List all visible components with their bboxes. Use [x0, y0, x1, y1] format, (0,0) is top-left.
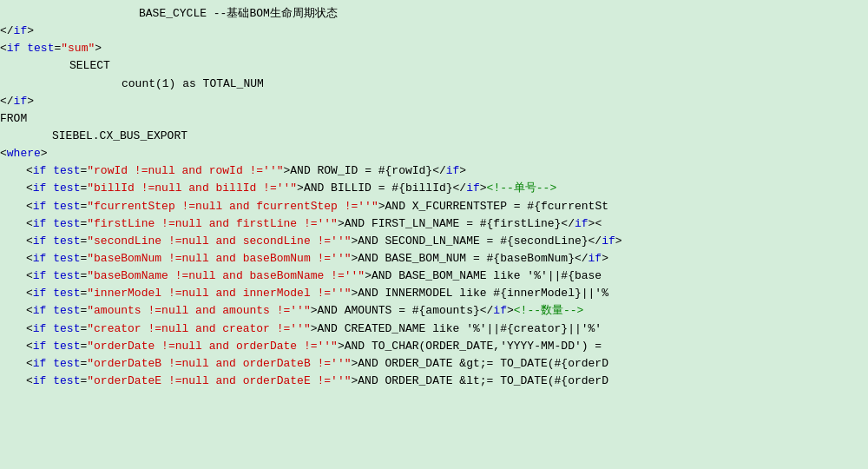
code-line: <if test="rowId !=null and rowId !=''">A… — [0, 162, 868, 180]
code-line: count(1) as TOTAL_NUM — [0, 76, 868, 93]
code-line: </if> — [0, 23, 868, 40]
code-line: <if test="sum"> — [0, 40, 868, 57]
code-line: <where> — [0, 145, 868, 162]
code-line: BASE_CYCLE --基础BOM生命周期状态 — [0, 5, 868, 23]
code-line: </if> — [0, 93, 868, 110]
code-line: <if test="amounts !=null and amounts !='… — [0, 302, 868, 320]
code-editor: BASE_CYCLE --基础BOM生命周期状态</if><if test="s… — [0, 0, 868, 469]
code-line: <if test="orderDate !=null and orderDate… — [0, 338, 868, 355]
code-line: <if test="billId !=null and billId !=''"… — [0, 180, 868, 197]
code-line: SELECT — [0, 57, 868, 75]
code-line: FROM — [0, 110, 868, 128]
code-line: SIEBEL.CX_BUS_EXPORT — [0, 128, 868, 145]
code-line: <if test="orderDateE !=null and orderDat… — [0, 373, 868, 390]
code-line: <if test="baseBomNum !=null and baseBomN… — [0, 250, 868, 268]
code-line: <if test="fcurrentStep !=null and fcurre… — [0, 198, 868, 215]
code-line: <if test="innerModel !=null and innerMod… — [0, 285, 868, 302]
code-line: <if test="firstLine !=null and firstLine… — [0, 215, 868, 233]
code-line: <if test="baseBomName !=null and baseBom… — [0, 268, 868, 285]
code-line: <if test="secondLine !=null and secondLi… — [0, 233, 868, 250]
code-line: <if test="creator !=null and creator !='… — [0, 320, 868, 338]
code-line: <if test="orderDateB !=null and orderDat… — [0, 355, 868, 373]
